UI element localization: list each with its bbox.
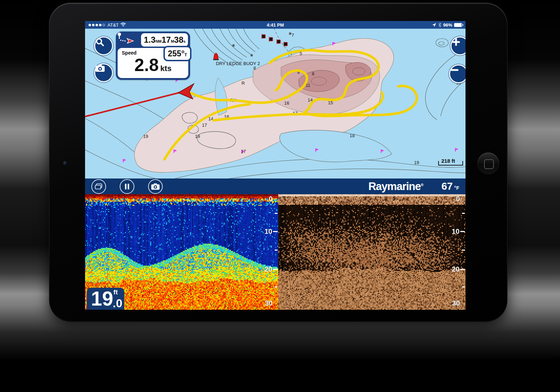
nav-data-widget[interactable]: 1.3NM 17M38s Speed 2.8 kts 255°T <box>116 31 190 80</box>
distance-time-readout: 1.3NM 17M38s <box>141 33 188 47</box>
plus-icon <box>451 37 461 47</box>
tablet-device: AT&T 4:41 PM 96% <box>49 3 507 322</box>
pause-button[interactable] <box>120 179 134 194</box>
dual-window-icon <box>94 183 103 190</box>
camera-icon <box>151 183 160 190</box>
hazard-symbol <box>284 42 287 46</box>
home-button-glyph <box>484 159 494 169</box>
split-view-button[interactable] <box>91 179 106 194</box>
pause-icon <box>124 183 130 190</box>
page: { "status_bar": { "carrier": "AT&T", "ti… <box>0 0 560 392</box>
sounding: 7 <box>292 33 294 38</box>
sounding: 19 <box>143 134 148 139</box>
sounding: 8 <box>312 71 314 76</box>
sonar-toolbar: Raymarine® 67 °F <box>85 178 465 194</box>
rock-symbol <box>232 44 235 47</box>
status-bar: AT&T 4:41 PM 96% <box>85 21 465 29</box>
water-temp-readout: 67 °F <box>441 181 459 192</box>
sonar-split-view: 0102030 0102030 19.0ft <box>85 194 465 310</box>
sonar-camera-button[interactable] <box>148 179 163 194</box>
chart-camera-button[interactable] <box>94 63 113 82</box>
depth-readout: 19.0ft <box>87 288 124 310</box>
sounding: 17 <box>202 122 207 128</box>
search-icon <box>95 37 104 47</box>
buoy-label: DRY LEDGE BUOY 2 <box>216 61 260 66</box>
sounding: 8 <box>253 65 256 71</box>
clock: 4:41 PM <box>85 22 465 28</box>
downvision-image <box>278 194 465 310</box>
search-button[interactable] <box>94 36 113 55</box>
chart-plotter[interactable]: 75898111416151718141719191718191615RRK D… <box>85 29 465 178</box>
hazard-symbol <box>277 40 280 43</box>
home-button[interactable] <box>477 153 499 174</box>
camera-icon <box>95 64 105 72</box>
rock-symbol <box>289 32 292 35</box>
rock-symbol <box>250 54 253 57</box>
app-screen: AT&T 4:41 PM 96% <box>85 21 465 310</box>
sounding: 19 <box>195 134 200 139</box>
front-camera <box>63 161 68 166</box>
minus-icon <box>450 65 459 75</box>
sounding: 18 <box>350 133 355 138</box>
sounding: R <box>241 80 245 86</box>
sounding: 16 <box>284 100 289 106</box>
sounding: 19 <box>414 160 419 165</box>
hazard-symbol <box>269 37 273 41</box>
heading-readout: 255°T <box>163 46 191 61</box>
hazard-symbol <box>262 35 265 38</box>
zoom-out-button[interactable] <box>449 64 465 83</box>
downvision-pane[interactable]: 0102030 <box>278 194 465 310</box>
raymarine-logo: Raymarine® <box>368 180 423 193</box>
sounding: 17 <box>241 149 246 154</box>
svg-text:218 ft: 218 ft <box>441 158 455 164</box>
route-icon <box>116 31 136 43</box>
